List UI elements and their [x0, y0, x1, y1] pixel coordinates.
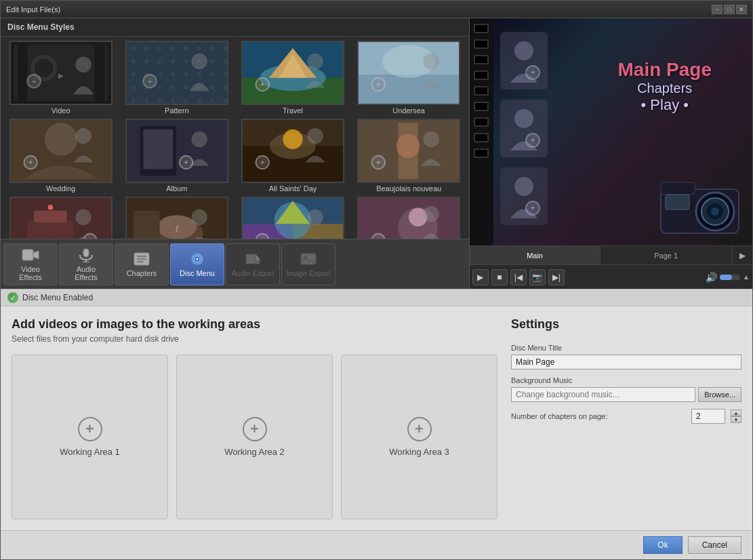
svg-text:+: +: [28, 157, 33, 166]
right-panel: + +: [470, 18, 752, 289]
svg-text:+: +: [530, 136, 535, 145]
svg-point-101: [514, 109, 533, 128]
svg-rect-108: [661, 182, 695, 195]
style-thumb-carnival: +: [241, 197, 344, 239]
audio-effects-button[interactable]: Audio Effects: [59, 243, 113, 285]
close-button[interactable]: ✕: [736, 5, 747, 14]
settings-panel: Settings Disc Menu Title Background Musi…: [511, 317, 741, 519]
svg-text:+: +: [31, 77, 36, 85]
style-item-undersea[interactable]: + Undersea: [352, 39, 466, 116]
svg-point-51: [424, 132, 439, 147]
style-thumb-travel: +: [241, 41, 344, 105]
disc-menu-styles-label: Disc Menu Styles: [1, 18, 469, 37]
disc-menu-button[interactable]: Disc Menu: [170, 243, 224, 285]
svg-text:+: +: [260, 235, 265, 239]
preview-title: Main Page: [618, 59, 712, 81]
cancel-button[interactable]: Cancel: [688, 536, 741, 554]
svg-point-13: [191, 54, 207, 69]
working-area-1[interactable]: + Working Area 1: [12, 355, 168, 519]
ok-button[interactable]: Ok: [643, 536, 682, 554]
minimize-button[interactable]: −: [712, 5, 723, 14]
svg-text:+: +: [147, 77, 152, 85]
chapters-icon: [132, 252, 151, 268]
svg-point-3: [35, 59, 53, 77]
next-button[interactable]: ▶|: [548, 269, 565, 285]
main-window: Edit Input File(s) − □ ✕ Disc Menu Style…: [0, 0, 753, 560]
volume-area: 🔊 ▲: [706, 272, 750, 283]
style-thumb-beaujolais: +: [357, 119, 460, 183]
working-areas-container: + Working Area 1 + Working Area 2 + Work…: [12, 355, 497, 519]
svg-rect-66: [134, 211, 160, 239]
chapters-on-page-input[interactable]: [691, 409, 725, 424]
chapters-decrement-button[interactable]: ▼: [731, 416, 741, 423]
svg-point-44: [283, 129, 302, 149]
bottom-main: Add videos or images to the working area…: [1, 306, 752, 530]
volume-slider[interactable]: [720, 275, 740, 280]
svg-text:+: +: [530, 203, 535, 213]
chapters-increment-button[interactable]: ▲: [731, 409, 741, 416]
image-export-button[interactable]: Image Export: [281, 243, 335, 285]
prev-button[interactable]: |◀: [510, 269, 527, 285]
background-music-field: Background Music Browse...: [511, 376, 741, 402]
chapters-button[interactable]: Chapters: [115, 243, 169, 285]
chapters-on-page-label: Number of chapters on page:: [511, 412, 686, 420]
style-item-wedding[interactable]: + Wedding: [3, 117, 118, 194]
toolbar: Video Effects Audio Effects: [1, 239, 469, 289]
image-export-label: Image Export: [286, 269, 330, 277]
bottom-left-content: Add videos or images to the working area…: [12, 317, 497, 519]
disc-menu-enabled-label: Disc Menu Enabled: [22, 293, 93, 302]
background-music-row: Browse...: [511, 387, 741, 402]
style-thumb-cappuccino: ℓ: [125, 197, 228, 239]
style-thumb-child: +: [357, 197, 460, 239]
preview-tab-arrow[interactable]: ▶: [732, 246, 752, 264]
svg-rect-113: [666, 195, 689, 209]
style-item-video[interactable]: ▶ + Video: [3, 39, 118, 116]
preview-chapters: Chapters: [618, 81, 712, 96]
style-item-pattern[interactable]: + Pattern: [119, 39, 234, 116]
working-area-3-label: Working Area 3: [389, 447, 449, 457]
tab-page1[interactable]: Page 1: [601, 246, 732, 264]
style-item-carnival[interactable]: + Carnival: [235, 195, 350, 239]
style-item-child[interactable]: + Child: [352, 195, 466, 239]
style-label-beaujolais: Beaujolais nouveau: [376, 184, 441, 193]
style-item-allsaints[interactable]: + All Saints' Day: [235, 117, 350, 194]
svg-text:+: +: [260, 157, 265, 166]
svg-point-50: [396, 134, 420, 158]
audio-export-icon: [243, 252, 262, 268]
working-area-3[interactable]: + Working Area 3: [341, 355, 497, 519]
style-label-travel: Travel: [283, 106, 303, 115]
video-effects-button[interactable]: Video Effects: [3, 243, 58, 285]
chapters-on-page-row: Number of chapters on page: ▲ ▼: [511, 409, 741, 424]
style-item-album[interactable]: + Album: [119, 117, 234, 194]
tab-main[interactable]: Main: [470, 246, 601, 264]
play-button[interactable]: ▶: [472, 269, 489, 285]
style-thumb-album: +: [125, 119, 228, 183]
working-area-2[interactable]: + Working Area 2: [176, 355, 333, 519]
maximize-button[interactable]: □: [724, 5, 735, 14]
svg-text:+: +: [87, 235, 92, 239]
style-item-cake[interactable]: + Cake: [3, 195, 118, 239]
svg-text:+: +: [376, 79, 381, 88]
browse-button[interactable]: Browse...: [698, 387, 741, 402]
svg-text:▶: ▶: [58, 72, 64, 79]
audio-effects-label: Audio Effects: [75, 265, 97, 281]
bottom-panel: ✓ Disc Menu Enabled Add videos or images…: [1, 289, 752, 559]
chapters-spinner: ▲ ▼: [731, 409, 741, 423]
style-item-travel[interactable]: + Travel: [235, 39, 350, 116]
sub-heading: Select files from your computer hard dis…: [12, 334, 497, 344]
disc-menu-title-input[interactable]: [511, 355, 741, 369]
style-item-beaujolais[interactable]: + Beaujolais nouveau: [352, 117, 466, 194]
audio-export-button[interactable]: Audio Export: [226, 243, 280, 285]
svg-rect-11: [127, 41, 227, 104]
background-music-input[interactable]: [511, 387, 695, 402]
screenshot-button[interactable]: 📷: [529, 269, 546, 285]
disc-menu-enabled-bar: ✓ Disc Menu Enabled: [1, 289, 752, 306]
disc-menu-title-field: Disc Menu Title: [511, 344, 741, 369]
window-title: Edit Input File(s): [6, 5, 60, 14]
stop-button[interactable]: ■: [491, 269, 508, 285]
style-item-cappuccino[interactable]: ℓ Cappuccino: [119, 195, 234, 239]
working-area-1-plus-icon: +: [78, 417, 102, 441]
title-bar: Edit Input File(s) − □ ✕: [1, 1, 752, 18]
style-grid-container[interactable]: ▶ + Video: [1, 37, 469, 239]
chapters-label: Chapters: [127, 269, 157, 277]
